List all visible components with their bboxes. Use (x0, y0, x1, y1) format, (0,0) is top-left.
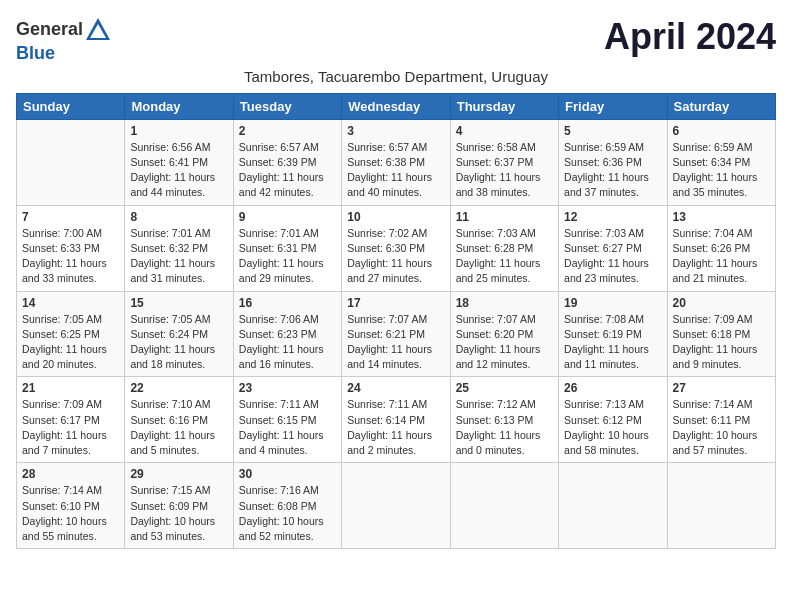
day-number: 26 (564, 381, 661, 395)
day-number: 1 (130, 124, 227, 138)
day-number: 17 (347, 296, 444, 310)
day-info: Sunrise: 6:58 AM Sunset: 6:37 PM Dayligh… (456, 140, 553, 201)
calendar-cell: 15 Sunrise: 7:05 AM Sunset: 6:24 PM Dayl… (125, 291, 233, 377)
day-number: 24 (347, 381, 444, 395)
calendar-cell: 18 Sunrise: 7:07 AM Sunset: 6:20 PM Dayl… (450, 291, 558, 377)
calendar-cell: 3 Sunrise: 6:57 AM Sunset: 6:38 PM Dayli… (342, 119, 450, 205)
calendar-cell: 4 Sunrise: 6:58 AM Sunset: 6:37 PM Dayli… (450, 119, 558, 205)
day-info: Sunrise: 7:14 AM Sunset: 6:10 PM Dayligh… (22, 483, 119, 544)
sunset-text: Sunset: 6:34 PM (673, 156, 751, 168)
sunset-text: Sunset: 6:24 PM (130, 328, 208, 340)
day-info: Sunrise: 7:12 AM Sunset: 6:13 PM Dayligh… (456, 397, 553, 458)
day-number: 6 (673, 124, 770, 138)
sunset-text: Sunset: 6:08 PM (239, 500, 317, 512)
calendar-week-row: 14 Sunrise: 7:05 AM Sunset: 6:25 PM Dayl… (17, 291, 776, 377)
calendar-cell: 21 Sunrise: 7:09 AM Sunset: 6:17 PM Dayl… (17, 377, 125, 463)
sunset-text: Sunset: 6:32 PM (130, 242, 208, 254)
day-number: 7 (22, 210, 119, 224)
calendar-cell: 27 Sunrise: 7:14 AM Sunset: 6:11 PM Dayl… (667, 377, 775, 463)
sunrise-text: Sunrise: 7:11 AM (347, 398, 427, 410)
daylight-text: Daylight: 11 hours and 16 minutes. (239, 343, 324, 370)
calendar-week-row: 21 Sunrise: 7:09 AM Sunset: 6:17 PM Dayl… (17, 377, 776, 463)
day-info: Sunrise: 6:59 AM Sunset: 6:34 PM Dayligh… (673, 140, 770, 201)
sunrise-text: Sunrise: 7:07 AM (347, 313, 427, 325)
sunrise-text: Sunrise: 6:57 AM (347, 141, 427, 153)
day-info: Sunrise: 7:13 AM Sunset: 6:12 PM Dayligh… (564, 397, 661, 458)
day-info: Sunrise: 6:56 AM Sunset: 6:41 PM Dayligh… (130, 140, 227, 201)
calendar-body: 1 Sunrise: 6:56 AM Sunset: 6:41 PM Dayli… (17, 119, 776, 548)
calendar-cell (450, 463, 558, 549)
calendar-cell: 26 Sunrise: 7:13 AM Sunset: 6:12 PM Dayl… (559, 377, 667, 463)
day-number: 15 (130, 296, 227, 310)
calendar-cell: 11 Sunrise: 7:03 AM Sunset: 6:28 PM Dayl… (450, 205, 558, 291)
day-info: Sunrise: 7:02 AM Sunset: 6:30 PM Dayligh… (347, 226, 444, 287)
sunrise-text: Sunrise: 7:11 AM (239, 398, 319, 410)
calendar-cell (667, 463, 775, 549)
sunset-text: Sunset: 6:19 PM (564, 328, 642, 340)
day-info: Sunrise: 7:11 AM Sunset: 6:15 PM Dayligh… (239, 397, 336, 458)
daylight-text: Daylight: 10 hours and 53 minutes. (130, 515, 215, 542)
day-info: Sunrise: 7:01 AM Sunset: 6:31 PM Dayligh… (239, 226, 336, 287)
daylight-text: Daylight: 11 hours and 29 minutes. (239, 257, 324, 284)
sunrise-text: Sunrise: 6:57 AM (239, 141, 319, 153)
sunrise-text: Sunrise: 6:59 AM (673, 141, 753, 153)
daylight-text: Daylight: 11 hours and 0 minutes. (456, 429, 541, 456)
sunrise-text: Sunrise: 7:08 AM (564, 313, 644, 325)
calendar-cell (17, 119, 125, 205)
sunrise-text: Sunrise: 7:09 AM (673, 313, 753, 325)
calendar-cell: 1 Sunrise: 6:56 AM Sunset: 6:41 PM Dayli… (125, 119, 233, 205)
sunrise-text: Sunrise: 7:16 AM (239, 484, 319, 496)
sunset-text: Sunset: 6:10 PM (22, 500, 100, 512)
sunset-text: Sunset: 6:16 PM (130, 414, 208, 426)
sunset-text: Sunset: 6:14 PM (347, 414, 425, 426)
day-number: 29 (130, 467, 227, 481)
calendar-cell: 2 Sunrise: 6:57 AM Sunset: 6:39 PM Dayli… (233, 119, 341, 205)
day-info: Sunrise: 7:00 AM Sunset: 6:33 PM Dayligh… (22, 226, 119, 287)
day-info: Sunrise: 7:03 AM Sunset: 6:28 PM Dayligh… (456, 226, 553, 287)
day-number: 3 (347, 124, 444, 138)
sunrise-text: Sunrise: 7:05 AM (22, 313, 102, 325)
sunset-text: Sunset: 6:17 PM (22, 414, 100, 426)
day-number: 8 (130, 210, 227, 224)
daylight-text: Daylight: 11 hours and 21 minutes. (673, 257, 758, 284)
day-info: Sunrise: 7:07 AM Sunset: 6:20 PM Dayligh… (456, 312, 553, 373)
page-header: General Blue April 2024 (16, 16, 776, 64)
sunset-text: Sunset: 6:38 PM (347, 156, 425, 168)
day-number: 23 (239, 381, 336, 395)
sunset-text: Sunset: 6:11 PM (673, 414, 751, 426)
sunrise-text: Sunrise: 7:06 AM (239, 313, 319, 325)
calendar-cell: 13 Sunrise: 7:04 AM Sunset: 6:26 PM Dayl… (667, 205, 775, 291)
calendar-cell: 29 Sunrise: 7:15 AM Sunset: 6:09 PM Dayl… (125, 463, 233, 549)
daylight-text: Daylight: 11 hours and 44 minutes. (130, 171, 215, 198)
day-info: Sunrise: 7:04 AM Sunset: 6:26 PM Dayligh… (673, 226, 770, 287)
day-number: 9 (239, 210, 336, 224)
calendar-week-row: 28 Sunrise: 7:14 AM Sunset: 6:10 PM Dayl… (17, 463, 776, 549)
daylight-text: Daylight: 11 hours and 40 minutes. (347, 171, 432, 198)
day-info: Sunrise: 7:03 AM Sunset: 6:27 PM Dayligh… (564, 226, 661, 287)
sunrise-text: Sunrise: 7:13 AM (564, 398, 644, 410)
weekday-header-friday: Friday (559, 93, 667, 119)
day-info: Sunrise: 7:15 AM Sunset: 6:09 PM Dayligh… (130, 483, 227, 544)
sunrise-text: Sunrise: 6:58 AM (456, 141, 536, 153)
sunset-text: Sunset: 6:20 PM (456, 328, 534, 340)
calendar-cell: 24 Sunrise: 7:11 AM Sunset: 6:14 PM Dayl… (342, 377, 450, 463)
day-number: 2 (239, 124, 336, 138)
daylight-text: Daylight: 11 hours and 33 minutes. (22, 257, 107, 284)
day-info: Sunrise: 7:09 AM Sunset: 6:17 PM Dayligh… (22, 397, 119, 458)
day-number: 25 (456, 381, 553, 395)
daylight-text: Daylight: 11 hours and 42 minutes. (239, 171, 324, 198)
day-info: Sunrise: 6:57 AM Sunset: 6:38 PM Dayligh… (347, 140, 444, 201)
daylight-text: Daylight: 10 hours and 58 minutes. (564, 429, 649, 456)
day-info: Sunrise: 7:09 AM Sunset: 6:18 PM Dayligh… (673, 312, 770, 373)
daylight-text: Daylight: 11 hours and 20 minutes. (22, 343, 107, 370)
daylight-text: Daylight: 11 hours and 4 minutes. (239, 429, 324, 456)
calendar-cell: 10 Sunrise: 7:02 AM Sunset: 6:30 PM Dayl… (342, 205, 450, 291)
daylight-text: Daylight: 11 hours and 31 minutes. (130, 257, 215, 284)
calendar-table: SundayMondayTuesdayWednesdayThursdayFrid… (16, 93, 776, 549)
daylight-text: Daylight: 11 hours and 12 minutes. (456, 343, 541, 370)
daylight-text: Daylight: 11 hours and 18 minutes. (130, 343, 215, 370)
sunrise-text: Sunrise: 6:59 AM (564, 141, 644, 153)
logo-blue: Blue (16, 44, 113, 64)
sunset-text: Sunset: 6:12 PM (564, 414, 642, 426)
location-title: Tambores, Tacuarembo Department, Uruguay (16, 68, 776, 85)
